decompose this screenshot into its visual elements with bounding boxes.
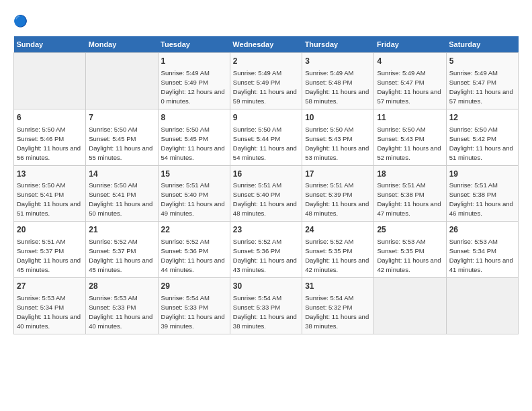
day-number: 27 [17, 281, 83, 292]
calendar-cell: 6 Sunrise: 5:50 AM Sunset: 5:46 PM Dayli… [14, 109, 86, 165]
weekday-header-tuesday: Tuesday [158, 36, 230, 53]
day-info: Sunrise: 5:51 AM Sunset: 5:39 PM Dayligh… [305, 181, 369, 217]
calendar-cell: 11 Sunrise: 5:50 AM Sunset: 5:43 PM Dayl… [374, 109, 446, 165]
calendar-cell [374, 278, 446, 334]
calendar-cell: 10 Sunrise: 5:50 AM Sunset: 5:43 PM Dayl… [302, 109, 374, 165]
calendar-cell: 17 Sunrise: 5:51 AM Sunset: 5:39 PM Dayl… [302, 165, 374, 222]
day-info: Sunrise: 5:53 AM Sunset: 5:34 PM Dayligh… [449, 238, 513, 273]
calendar-cell [446, 278, 518, 334]
calendar-week-3: 13 Sunrise: 5:50 AM Sunset: 5:41 PM Dayl… [14, 165, 519, 222]
weekday-header-wednesday: Wednesday [230, 36, 302, 53]
day-number: 30 [233, 281, 299, 292]
calendar-cell: 24 Sunrise: 5:52 AM Sunset: 5:35 PM Dayl… [302, 222, 374, 278]
day-number: 18 [377, 169, 443, 180]
day-info: Sunrise: 5:50 AM Sunset: 5:41 PM Dayligh… [17, 181, 81, 217]
calendar-table: SundayMondayTuesdayWednesdayThursdayFrid… [13, 36, 519, 334]
day-info: Sunrise: 5:54 AM Sunset: 5:33 PM Dayligh… [233, 294, 297, 330]
weekday-header-sunday: Sunday [14, 36, 86, 53]
calendar-cell: 13 Sunrise: 5:50 AM Sunset: 5:41 PM Dayl… [14, 165, 86, 222]
calendar-cell: 31 Sunrise: 5:54 AM Sunset: 5:32 PM Dayl… [302, 278, 374, 334]
day-info: Sunrise: 5:50 AM Sunset: 5:45 PM Dayligh… [89, 126, 152, 161]
day-number: 22 [161, 224, 227, 236]
calendar-cell [86, 53, 158, 109]
day-info: Sunrise: 5:53 AM Sunset: 5:33 PM Dayligh… [89, 294, 152, 330]
calendar-cell: 25 Sunrise: 5:53 AM Sunset: 5:35 PM Dayl… [374, 222, 446, 278]
calendar-cell: 14 Sunrise: 5:50 AM Sunset: 5:41 PM Dayl… [86, 165, 158, 222]
calendar-cell: 15 Sunrise: 5:51 AM Sunset: 5:40 PM Dayl… [158, 165, 230, 222]
calendar-cell: 29 Sunrise: 5:54 AM Sunset: 5:33 PM Dayl… [158, 278, 230, 334]
day-info: Sunrise: 5:51 AM Sunset: 5:38 PM Dayligh… [377, 181, 441, 217]
day-number: 3 [305, 56, 371, 67]
calendar-week-5: 27 Sunrise: 5:53 AM Sunset: 5:34 PM Dayl… [14, 278, 519, 334]
day-number: 14 [89, 169, 154, 180]
calendar-week-2: 6 Sunrise: 5:50 AM Sunset: 5:46 PM Dayli… [14, 109, 519, 165]
calendar-cell: 27 Sunrise: 5:53 AM Sunset: 5:34 PM Dayl… [14, 278, 86, 334]
calendar-cell: 30 Sunrise: 5:54 AM Sunset: 5:33 PM Dayl… [230, 278, 302, 334]
calendar-cell: 20 Sunrise: 5:51 AM Sunset: 5:37 PM Dayl… [14, 222, 86, 278]
day-number: 7 [89, 112, 154, 124]
day-number: 16 [233, 169, 299, 180]
day-info: Sunrise: 5:50 AM Sunset: 5:46 PM Dayligh… [17, 126, 81, 161]
day-number: 5 [449, 56, 515, 67]
day-number: 12 [449, 112, 515, 124]
day-info: Sunrise: 5:49 AM Sunset: 5:47 PM Dayligh… [449, 69, 513, 105]
day-number: 13 [17, 169, 83, 180]
day-info: Sunrise: 5:52 AM Sunset: 5:37 PM Dayligh… [89, 238, 152, 273]
svg-text:🔵: 🔵 [13, 14, 28, 28]
day-number: 17 [305, 169, 371, 180]
calendar-cell: 16 Sunrise: 5:51 AM Sunset: 5:40 PM Dayl… [230, 165, 302, 222]
calendar-cell: 23 Sunrise: 5:52 AM Sunset: 5:36 PM Dayl… [230, 222, 302, 278]
day-info: Sunrise: 5:50 AM Sunset: 5:45 PM Dayligh… [161, 126, 225, 161]
day-info: Sunrise: 5:54 AM Sunset: 5:33 PM Dayligh… [161, 294, 225, 330]
calendar-week-4: 20 Sunrise: 5:51 AM Sunset: 5:37 PM Dayl… [14, 222, 519, 278]
weekday-header-row: SundayMondayTuesdayWednesdayThursdayFrid… [14, 36, 519, 53]
calendar-cell: 26 Sunrise: 5:53 AM Sunset: 5:34 PM Dayl… [446, 222, 518, 278]
day-info: Sunrise: 5:49 AM Sunset: 5:49 PM Dayligh… [233, 69, 297, 105]
day-info: Sunrise: 5:49 AM Sunset: 5:47 PM Dayligh… [377, 69, 441, 105]
calendar-cell: 19 Sunrise: 5:51 AM Sunset: 5:38 PM Dayl… [446, 165, 518, 222]
calendar-cell: 5 Sunrise: 5:49 AM Sunset: 5:47 PM Dayli… [446, 53, 518, 109]
day-info: Sunrise: 5:50 AM Sunset: 5:43 PM Dayligh… [377, 126, 441, 161]
calendar-cell: 4 Sunrise: 5:49 AM Sunset: 5:47 PM Dayli… [374, 53, 446, 109]
weekday-header-friday: Friday [374, 36, 446, 53]
day-info: Sunrise: 5:52 AM Sunset: 5:35 PM Dayligh… [305, 238, 369, 273]
day-number: 20 [17, 224, 83, 236]
page-header: 🔵 [13, 13, 519, 30]
day-number: 11 [377, 112, 443, 124]
calendar-cell: 1 Sunrise: 5:49 AM Sunset: 5:49 PM Dayli… [158, 53, 230, 109]
weekday-header-monday: Monday [86, 36, 158, 53]
calendar-week-1: 1 Sunrise: 5:49 AM Sunset: 5:49 PM Dayli… [14, 53, 519, 109]
day-number: 26 [449, 224, 515, 236]
day-info: Sunrise: 5:53 AM Sunset: 5:35 PM Dayligh… [377, 238, 441, 273]
day-number: 6 [17, 112, 83, 124]
day-number: 10 [305, 112, 371, 124]
day-number: 31 [305, 281, 371, 292]
day-number: 24 [305, 224, 371, 236]
calendar-cell: 12 Sunrise: 5:50 AM Sunset: 5:42 PM Dayl… [446, 109, 518, 165]
calendar-cell: 22 Sunrise: 5:52 AM Sunset: 5:36 PM Dayl… [158, 222, 230, 278]
day-info: Sunrise: 5:49 AM Sunset: 5:49 PM Dayligh… [161, 69, 225, 105]
calendar-cell: 3 Sunrise: 5:49 AM Sunset: 5:48 PM Dayli… [302, 53, 374, 109]
day-info: Sunrise: 5:51 AM Sunset: 5:40 PM Dayligh… [233, 181, 297, 217]
calendar-cell: 7 Sunrise: 5:50 AM Sunset: 5:45 PM Dayli… [86, 109, 158, 165]
day-info: Sunrise: 5:52 AM Sunset: 5:36 PM Dayligh… [161, 238, 225, 273]
day-number: 23 [233, 224, 299, 236]
day-info: Sunrise: 5:51 AM Sunset: 5:38 PM Dayligh… [449, 181, 513, 217]
day-info: Sunrise: 5:54 AM Sunset: 5:32 PM Dayligh… [305, 294, 369, 330]
day-info: Sunrise: 5:51 AM Sunset: 5:40 PM Dayligh… [161, 181, 225, 217]
day-number: 19 [449, 169, 515, 180]
calendar-cell: 2 Sunrise: 5:49 AM Sunset: 5:49 PM Dayli… [230, 53, 302, 109]
day-info: Sunrise: 5:52 AM Sunset: 5:36 PM Dayligh… [233, 238, 297, 273]
day-info: Sunrise: 5:49 AM Sunset: 5:48 PM Dayligh… [305, 69, 369, 105]
logo: 🔵 [13, 13, 32, 30]
day-number: 4 [377, 56, 443, 67]
day-number: 8 [161, 112, 227, 124]
day-number: 15 [161, 169, 227, 180]
day-info: Sunrise: 5:50 AM Sunset: 5:43 PM Dayligh… [305, 126, 369, 161]
day-info: Sunrise: 5:53 AM Sunset: 5:34 PM Dayligh… [17, 294, 81, 330]
day-number: 21 [89, 224, 154, 236]
day-number: 25 [377, 224, 443, 236]
calendar-cell: 28 Sunrise: 5:53 AM Sunset: 5:33 PM Dayl… [86, 278, 158, 334]
day-info: Sunrise: 5:50 AM Sunset: 5:41 PM Dayligh… [89, 181, 152, 217]
calendar-cell: 8 Sunrise: 5:50 AM Sunset: 5:45 PM Dayli… [158, 109, 230, 165]
